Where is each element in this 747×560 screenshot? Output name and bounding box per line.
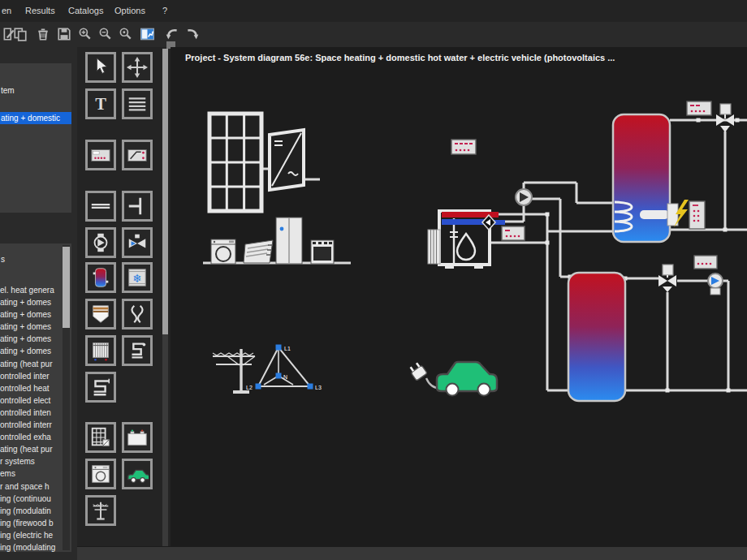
tank2-supply-pipe[interactable] [532, 199, 570, 277]
diagram-canvas[interactable]: Project - System diagram 56e: Space heat… [171, 47, 747, 560]
save-button[interactable] [55, 25, 73, 43]
storage-tank-buffer[interactable] [568, 273, 625, 401]
undo-button[interactable] [163, 25, 181, 43]
controller-5[interactable] [694, 256, 717, 269]
pump2-down-pipe[interactable] [723, 281, 728, 390]
svg-text:T: T [95, 95, 106, 113]
template-list-item[interactable]: ating + domes [0, 321, 63, 333]
menu-item-catalogs[interactable]: Catalogs [68, 6, 103, 15]
boiler-icon [89, 303, 112, 325]
menu-item-partial[interactable]: en [2, 6, 11, 15]
svg-text:❄: ❄ [132, 272, 142, 285]
template-list-item[interactable]: ontrolled interr [0, 419, 63, 431]
palette-tool-radiator[interactable] [85, 335, 116, 366]
template-list-item[interactable]: ing (modulating [0, 541, 63, 552]
palette-tool-heat-pump[interactable]: ❄ [122, 262, 153, 293]
pv-panel[interactable] [209, 114, 261, 211]
palette-tool-text[interactable]: T [85, 88, 116, 119]
template-list-item[interactable]: ing (firewood b [0, 517, 63, 529]
palette-tool-pump[interactable] [85, 227, 116, 258]
zoom-out-icon [97, 27, 112, 41]
palette-tool-electric-vehicle[interactable] [122, 459, 153, 489]
oven[interactable] [311, 240, 334, 264]
delete-button[interactable] [34, 25, 52, 43]
template-list-item[interactable]: ating + domes [0, 308, 63, 321]
controller-2[interactable] [502, 226, 525, 240]
template-list-scrollbar[interactable] [63, 245, 70, 550]
controller-1[interactable] [451, 140, 476, 154]
palette-tool-boiler[interactable] [85, 299, 116, 330]
controller-curve-icon [126, 144, 149, 166]
pump-1[interactable] [516, 189, 532, 205]
controller-4[interactable] [687, 101, 711, 115]
zoom-in-button[interactable] [76, 25, 93, 43]
tree-item-project[interactable]: tem [1, 84, 71, 97]
template-list-item[interactable]: ontrolled elect [0, 394, 63, 407]
palette-tool-select[interactable] [85, 52, 116, 83]
radiator[interactable] [428, 230, 440, 264]
palette-tool-underfloor-heating[interactable] [85, 372, 116, 403]
pump-2[interactable] [708, 274, 723, 295]
menu-item-results[interactable]: Results [25, 6, 55, 15]
template-list-item[interactable]: ating (heat pur [0, 358, 63, 370]
refrigerator[interactable] [276, 218, 302, 264]
project-tree-panel: tem ating + domestic [0, 63, 71, 213]
palette-tool-battery[interactable] [122, 422, 153, 453]
template-list-item[interactable]: r and space h [0, 480, 63, 493]
tree-item-selected-diagram[interactable]: ating + domestic [0, 112, 71, 124]
scrollbar-thumb[interactable] [63, 247, 70, 328]
template-list-item[interactable]: ontrolled exha [0, 431, 63, 443]
three-phase-node[interactable]: L1 L2 L3 N [246, 345, 322, 391]
template-list-item[interactable]: ating + domes [0, 345, 63, 357]
palette-tool-controller-fixed[interactable] [122, 140, 153, 170]
controller-3[interactable] [689, 201, 705, 229]
palette-tool-annotation[interactable] [122, 88, 153, 119]
washing-machine[interactable] [211, 239, 235, 264]
template-list-item[interactable]: el. heat genera [0, 284, 63, 296]
copy-button[interactable] [11, 25, 29, 43]
heat-exchanger-icon [126, 303, 149, 325]
status-bar [77, 546, 747, 560]
palette-tool-photovoltaics[interactable] [85, 422, 116, 453]
template-list: el. heat generaating + domesating + dome… [0, 284, 63, 552]
template-list-item[interactable]: ontrolled heat [0, 382, 63, 394]
zoom-out-button[interactable] [96, 25, 114, 43]
building[interactable] [428, 211, 505, 269]
dishwasher[interactable] [244, 240, 273, 263]
template-list-item[interactable]: ating + domes [0, 296, 63, 308]
template-list-header: s [1, 255, 5, 264]
palette-tool-storage-tank[interactable] [85, 262, 116, 293]
template-list-item[interactable]: ating (heat pur [0, 443, 63, 455]
template-list-item[interactable]: ing (continuou [0, 493, 63, 505]
electric-vehicle[interactable] [408, 361, 497, 395]
template-list-item[interactable]: r systems [0, 455, 63, 467]
component-palette: T ❄ [77, 47, 171, 560]
palette-tool-pipe-branch[interactable] [122, 191, 153, 222]
template-list-item[interactable]: ating + domes [0, 333, 63, 345]
three-way-valve-2[interactable] [658, 265, 676, 292]
menu-item-help[interactable]: ? [162, 6, 167, 15]
palette-tool-heat-exchanger[interactable] [122, 299, 153, 330]
zoom-window-button[interactable] [116, 25, 134, 43]
underfloor-heating-icon [89, 376, 112, 398]
inverter[interactable] [270, 130, 304, 190]
template-list-item[interactable]: ontrolled inter [0, 370, 63, 382]
palette-tool-electric-appliance[interactable] [85, 459, 116, 489]
palette-scrollbar-thumb[interactable] [162, 49, 168, 334]
template-list-item[interactable]: ems [0, 467, 63, 480]
palette-tool-heating-circuit[interactable] [122, 335, 153, 366]
palette-tool-controller-programmable[interactable] [85, 140, 116, 170]
palette-tool-move[interactable] [122, 52, 153, 83]
menu-item-options[interactable]: Options [114, 6, 145, 15]
redo-icon [185, 27, 200, 41]
storage-tank-dhw[interactable] [613, 114, 678, 242]
three-way-valve-1[interactable] [716, 104, 734, 132]
template-list-item[interactable]: ontrolled inten [0, 407, 63, 419]
palette-tool-power-grid[interactable] [85, 495, 116, 526]
template-list-item[interactable]: ing (electric he [0, 529, 63, 541]
palette-tool-three-way-valve[interactable] [122, 227, 153, 258]
template-list-item[interactable]: ing (modulatin [0, 505, 63, 517]
redo-button[interactable] [184, 25, 201, 43]
palette-tool-pipe[interactable] [85, 191, 116, 222]
show-results-button[interactable] [138, 25, 156, 43]
